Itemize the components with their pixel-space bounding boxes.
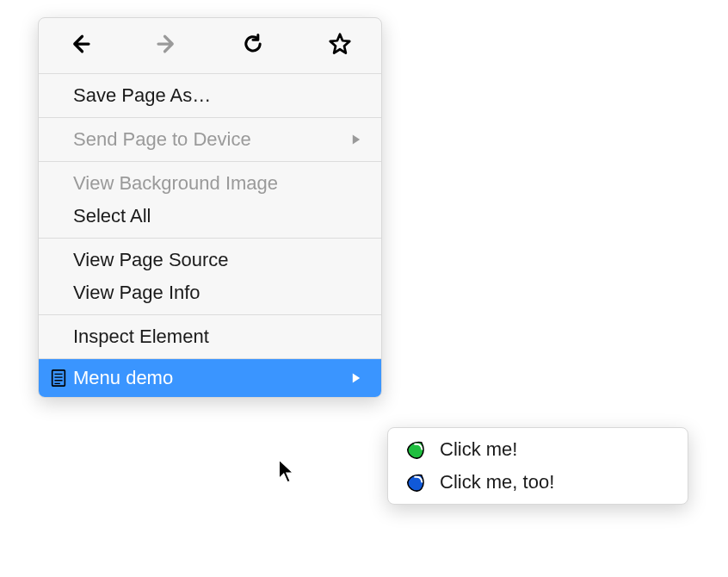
menu-group: Send Page to Device <box>39 118 381 161</box>
mouse-cursor <box>278 459 297 485</box>
menu-group: View Background ImageSelect All <box>39 162 381 238</box>
menu-item-save-page-as[interactable]: Save Page As… <box>39 79 381 112</box>
menu-item-label: View Background Image <box>73 172 362 195</box>
back-button[interactable] <box>65 30 96 61</box>
menu-item-menu-demo[interactable]: Menu demo <box>39 359 381 397</box>
submenu-item-label: Click me! <box>440 438 517 461</box>
menu-group: Menu demo <box>39 359 381 397</box>
menu-item-label: Save Page As… <box>73 84 362 107</box>
menu-item-view-background-image: View Background Image <box>39 167 381 200</box>
menu-group: View Page SourceView Page Info <box>39 239 381 314</box>
menu-item-label: Select All <box>73 205 362 227</box>
extension-icon <box>405 438 428 461</box>
arrow-right-icon <box>154 31 180 60</box>
submenu-menu-demo: Click me!Click me, too! <box>387 427 688 505</box>
submenu-item-label: Click me, too! <box>440 471 554 493</box>
menu-group: Save Page As… <box>39 74 381 117</box>
forward-button <box>151 30 182 61</box>
chevron-right-icon <box>350 372 362 384</box>
reload-icon <box>241 32 265 59</box>
bookmark-button[interactable] <box>324 30 355 61</box>
submenu-item-click-me-too[interactable]: Click me, too! <box>388 466 688 499</box>
context-menu: Save Page As…Send Page to DeviceView Bac… <box>38 17 382 398</box>
menu-item-label: Send Page to Device <box>73 128 350 151</box>
menu-item-label: Menu demo <box>73 367 350 389</box>
context-menu-toolbar <box>39 22 381 73</box>
star-icon <box>327 31 353 60</box>
menu-item-select-all[interactable]: Select All <box>39 200 381 233</box>
menu-item-send-page-to-device: Send Page to Device <box>39 123 381 156</box>
menu-item-label: View Page Source <box>73 249 362 271</box>
arrow-left-icon <box>67 31 93 60</box>
document-icon <box>49 369 68 388</box>
menu-group: Inspect Element <box>39 315 381 358</box>
reload-button[interactable] <box>238 30 268 61</box>
extension-icon <box>405 471 428 493</box>
menu-item-label: Inspect Element <box>73 326 362 348</box>
menu-item-view-page-info[interactable]: View Page Info <box>39 276 381 309</box>
menu-item-inspect-element[interactable]: Inspect Element <box>39 320 381 353</box>
submenu-item-click-me[interactable]: Click me! <box>388 433 688 466</box>
menu-item-view-page-source[interactable]: View Page Source <box>39 244 381 276</box>
menu-item-label: View Page Info <box>73 282 362 304</box>
chevron-right-icon <box>350 133 362 146</box>
